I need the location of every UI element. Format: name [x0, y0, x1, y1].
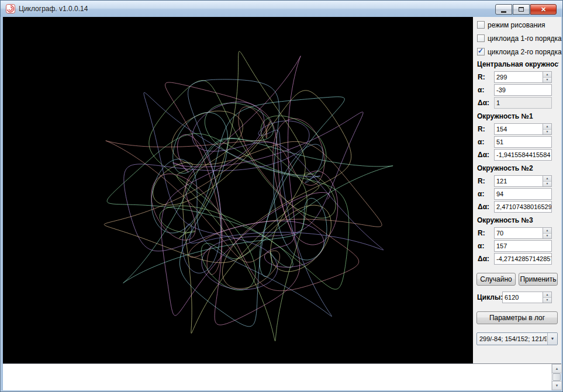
- field-value: 70: [496, 230, 503, 237]
- circle2-r-input[interactable]: 121 ▲▼: [494, 175, 552, 187]
- minimize-icon: [501, 11, 506, 13]
- central-alpha-input[interactable]: -39: [494, 84, 552, 96]
- log-panel: ▲ ▼: [3, 363, 561, 390]
- group-title-circle-3: Окружность №3: [477, 216, 559, 224]
- field-value: -4,27142857142857: [496, 255, 552, 262]
- spin-up-icon[interactable]: ▲: [543, 124, 551, 130]
- central-dalpha-field: 1: [494, 97, 552, 109]
- field-value: 299: [496, 74, 507, 81]
- random-button[interactable]: Случайно: [476, 273, 516, 286]
- minimize-button[interactable]: [495, 4, 512, 15]
- titlebar[interactable]: Циклограф. v1.0.0.14 ✕: [1, 1, 562, 17]
- alpha-label: α:: [478, 138, 484, 146]
- checkbox-label: режим рисования: [488, 21, 545, 29]
- r-label: R:: [478, 125, 485, 133]
- scroll-up-icon: ▲: [555, 367, 559, 370]
- r-label: R:: [478, 177, 485, 185]
- circle3-dalpha-field: -4,27142857142857: [494, 253, 552, 265]
- field-value: 1: [496, 99, 500, 106]
- field-value: 51: [496, 138, 503, 145]
- checkbox-label: циклоида 1-го порядка: [488, 34, 562, 43]
- cycles-spinner[interactable]: ▲▼: [543, 292, 551, 303]
- app-window: Циклограф. v1.0.0.14 ✕ ✓ режим рисования: [0, 0, 563, 392]
- circle3-r-input[interactable]: 70 ▲▼: [494, 227, 552, 239]
- params-to-log-button[interactable]: Параметры в лог: [476, 311, 558, 324]
- scrollbar-thumb[interactable]: [552, 373, 561, 381]
- dalpha-label: Δα:: [478, 203, 489, 211]
- window-title: Циклограф. v1.0.0.14: [19, 5, 88, 13]
- client-area: ✓ режим рисования ✓ циклоида 1-го порядк…: [3, 17, 561, 390]
- drawing-surface: [3, 17, 473, 363]
- checkbox-box[interactable]: ✓: [477, 34, 485, 42]
- spin-up-icon[interactable]: ▲: [543, 228, 551, 234]
- cycles-input[interactable]: 6120 ▲▼: [502, 292, 552, 303]
- spin-down-icon[interactable]: ▼: [543, 130, 551, 135]
- checkbox-cycloid-2[interactable]: ✓ циклоида 2-го порядка: [477, 47, 562, 56]
- group-title-circle-2: Окружность №2: [477, 164, 559, 172]
- scroll-down-icon: ▼: [555, 384, 559, 387]
- spin-up-icon[interactable]: ▲: [543, 292, 551, 298]
- combobox-dropdown-button[interactable]: ▼: [547, 333, 557, 345]
- central-r-input[interactable]: 299 ▲▼: [494, 71, 552, 83]
- maximize-icon: [519, 7, 524, 12]
- checkbox-box[interactable]: ✓: [477, 21, 485, 29]
- dalpha-label: Δα:: [478, 255, 489, 263]
- field-value: 121: [496, 178, 507, 185]
- chevron-down-icon: ▼: [551, 333, 555, 345]
- spin-down-icon[interactable]: ▼: [543, 78, 551, 83]
- maximize-button[interactable]: [513, 4, 530, 15]
- app-icon: [6, 4, 15, 13]
- combobox-value: 299/-84; 154/152; 121/9: [479, 333, 547, 345]
- alpha-label: α:: [478, 190, 484, 198]
- settings-panel: ✓ режим рисования ✓ циклоида 1-го порядк…: [473, 17, 561, 363]
- checkbox-box[interactable]: ✓: [477, 48, 485, 55]
- r-label: R:: [478, 73, 485, 81]
- alpha-label: α:: [478, 242, 484, 250]
- dalpha-label: Δα:: [478, 151, 489, 159]
- log-content[interactable]: [5, 365, 550, 389]
- r-spinner[interactable]: ▲▼: [543, 228, 551, 238]
- spin-down-icon[interactable]: ▼: [543, 234, 551, 239]
- spin-up-icon[interactable]: ▲: [543, 176, 551, 182]
- circle3-alpha-input[interactable]: 157: [494, 240, 552, 252]
- group-title-circle-1: Окружность №1: [477, 112, 559, 120]
- alpha-label: α:: [478, 86, 484, 94]
- circle1-dalpha-field: -1,9415584415584: [494, 149, 552, 161]
- scroll-up-button[interactable]: ▲: [552, 364, 562, 373]
- close-icon: ✕: [541, 6, 546, 13]
- field-value: -1,9415584415584: [496, 151, 550, 158]
- spin-down-icon[interactable]: ▼: [543, 298, 551, 303]
- field-value: -39: [496, 86, 506, 93]
- cycles-label: Циклы:: [477, 293, 503, 301]
- r-label: R:: [478, 229, 485, 237]
- checkbox-draw-mode[interactable]: ✓ режим рисования: [477, 20, 545, 29]
- group-title-central: Центральная окружность: [477, 60, 559, 68]
- r-spinner[interactable]: ▲▼: [543, 176, 551, 186]
- window-controls: ✕: [495, 4, 557, 15]
- r-spinner[interactable]: ▲▼: [543, 72, 551, 82]
- field-value: 2,47107438016529: [496, 203, 552, 210]
- circle1-r-input[interactable]: 154 ▲▼: [494, 123, 552, 135]
- scroll-down-button[interactable]: ▼: [552, 381, 562, 390]
- r-spinner[interactable]: ▲▼: [543, 124, 551, 134]
- check-icon: ✓: [478, 47, 483, 55]
- field-value: 6120: [505, 294, 519, 301]
- field-value: 157: [496, 242, 507, 249]
- circle1-alpha-input[interactable]: 51: [494, 136, 552, 148]
- dalpha-label: Δα:: [478, 99, 489, 107]
- spiro-canvas[interactable]: [3, 17, 473, 363]
- presets-combobox[interactable]: 299/-84; 154/152; 121/9 ▼: [476, 332, 558, 345]
- field-value: 154: [496, 126, 507, 133]
- circle2-dalpha-field: 2,47107438016529: [494, 201, 552, 213]
- apply-button[interactable]: Применить: [519, 273, 558, 286]
- close-button[interactable]: ✕: [530, 4, 557, 15]
- checkbox-cycloid-1[interactable]: ✓ циклоида 1-го порядка: [477, 34, 562, 43]
- spin-down-icon[interactable]: ▼: [543, 182, 551, 187]
- spin-up-icon[interactable]: ▲: [543, 72, 551, 78]
- log-scrollbar[interactable]: ▲ ▼: [551, 364, 561, 390]
- field-value: 94: [496, 190, 503, 197]
- circle2-alpha-input[interactable]: 94: [494, 188, 552, 200]
- checkbox-label: циклоида 2-го порядка: [488, 48, 562, 56]
